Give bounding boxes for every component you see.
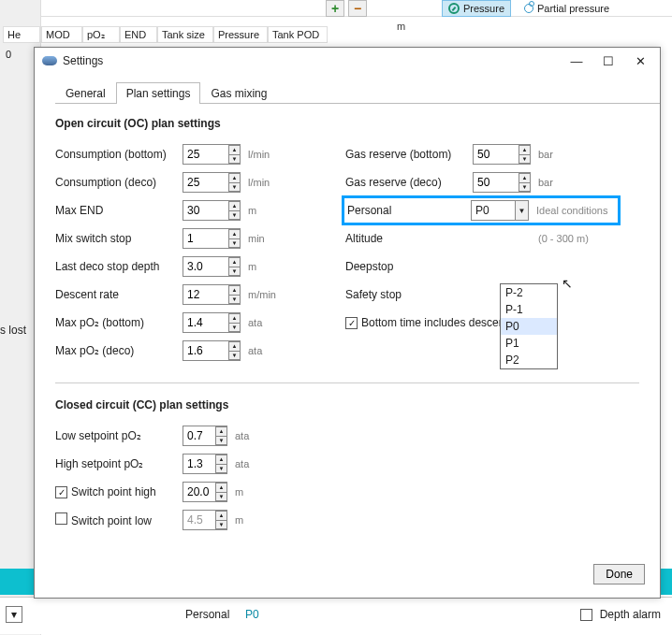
header-tanksize: Tank size <box>157 26 213 43</box>
settings-dialog: Settings — ☐ ✕ General Plan settings Gas… <box>34 47 661 599</box>
depth-alarm-label: Depth alarm <box>600 608 661 621</box>
header-tankpod: Tank POD <box>268 26 328 43</box>
bottom-personal-value: P0 <box>245 608 259 621</box>
unit: ata <box>235 430 272 441</box>
close-button[interactable]: ✕ <box>624 51 656 71</box>
spinner[interactable]: ▲▼ <box>215 483 226 501</box>
max-po2-deco-label: Max pO₂ (deco) <box>55 344 183 357</box>
option-p-1[interactable]: P-1 <box>501 301 557 318</box>
gas-reserve-bottom-label: Gas reserve (bottom) <box>345 148 473 161</box>
spinner[interactable]: ▲▼ <box>519 173 530 192</box>
add-button[interactable]: + <box>326 0 344 17</box>
spinner[interactable]: ▲▼ <box>228 341 240 360</box>
app-background: + − Pressure Partial pressure m He 0 MOD… <box>0 0 672 635</box>
low-setpoint-label: Low setpoint pO₂ <box>55 429 183 442</box>
maximize-button[interactable]: ☐ <box>592 51 624 71</box>
depth-alarm-checkbox[interactable]: Depth alarm <box>580 608 661 621</box>
tab-plan-settings[interactable]: Plan settings <box>116 82 201 104</box>
mix-switch-label: Mix switch stop <box>55 232 183 245</box>
cc-column: Low setpoint pO₂▲▼ata High setpoint pO₂▲… <box>55 425 327 531</box>
spinner[interactable]: ▲▼ <box>228 313 240 332</box>
switch-point-high-check[interactable]: ✓Switch point high <box>55 485 183 498</box>
spinner[interactable]: ▲▼ <box>215 511 226 529</box>
remove-button[interactable]: − <box>348 0 367 17</box>
partial-pressure-label: Partial pressure <box>537 3 609 14</box>
dialog-title: Settings <box>63 54 103 67</box>
unit: l/min <box>248 149 285 160</box>
personal-select[interactable]: P0▼ <box>471 200 529 221</box>
done-button[interactable]: Done <box>593 564 645 584</box>
switch-point-low-check[interactable]: Switch point low <box>55 512 183 527</box>
spinner[interactable]: ▲▼ <box>228 173 240 192</box>
consumption-deco-label: Consumption (deco) <box>55 176 183 189</box>
option-p1[interactable]: P1 <box>501 335 557 352</box>
bottom-time-checkbox[interactable]: ✓ <box>345 317 358 329</box>
altitude-hint: (0 - 300 m) <box>538 233 589 244</box>
deepstop-label: Deepstop <box>345 260 473 273</box>
tab-general[interactable]: General <box>55 82 116 104</box>
seconds-lost-label: s lost <box>0 324 26 337</box>
tab-bar: General Plan settings Gas mixing <box>55 81 660 104</box>
header-pressure: Pressure <box>213 26 268 43</box>
spinner[interactable]: ▲▼ <box>228 145 240 164</box>
spinner[interactable]: ▲▼ <box>228 285 240 304</box>
spinner[interactable]: ▲▼ <box>228 257 240 276</box>
partial-pressure-toggle[interactable]: Partial pressure <box>519 0 615 17</box>
last-deco-label: Last deco stop depth <box>55 260 183 273</box>
unit: l/min <box>248 177 285 188</box>
descent-rate-label: Descent rate <box>55 288 183 301</box>
spinner[interactable]: ▲▼ <box>215 455 226 473</box>
partial-pressure-icon <box>524 4 533 13</box>
tab-gas-mixing[interactable]: Gas mixing <box>200 82 277 104</box>
unit: ata <box>235 458 272 469</box>
personal-label: Personal <box>347 204 471 217</box>
unit: m <box>235 486 272 498</box>
bottom-dropdown-small[interactable]: ▾ <box>6 606 22 623</box>
app-icon <box>42 56 57 65</box>
oc-left-column: Consumption (bottom)▲▼l/min Consumption … <box>55 143 327 368</box>
unit: m <box>248 261 285 272</box>
option-p2[interactable]: P2 <box>501 352 557 368</box>
spinner[interactable]: ▲▼ <box>519 145 530 164</box>
gauge-icon <box>448 3 460 14</box>
cc-section-title: Closed circuit (CC) plan settings <box>55 398 639 411</box>
gas-reserve-deco-label: Gas reserve (deco) <box>345 176 473 189</box>
dialog-content: Open circuit (OC) plan settings Consumpt… <box>35 104 660 531</box>
bottom-personal-label: Personal <box>185 608 229 621</box>
personal-value: P0 <box>475 204 489 217</box>
titlebar[interactable]: Settings — ☐ ✕ <box>35 48 660 74</box>
unit: bar <box>538 149 576 160</box>
chevron-down-icon: ▼ <box>515 201 528 220</box>
option-p-2[interactable]: P-2 <box>501 284 557 301</box>
spinner[interactable]: ▲▼ <box>228 201 240 220</box>
high-setpoint-label: High setpoint pO₂ <box>55 457 183 470</box>
minimize-button[interactable]: — <box>561 51 592 71</box>
unit: ata <box>248 317 285 328</box>
header-he: He <box>3 26 40 43</box>
unit: m/min <box>248 289 285 300</box>
chevron-down-icon: ▾ <box>11 608 17 621</box>
divider <box>55 382 639 383</box>
oc-right-column: Gas reserve (bottom)▲▼bar Gas reserve (d… <box>345 143 617 368</box>
spinner[interactable]: ▲▼ <box>228 229 240 248</box>
option-p0[interactable]: P0 <box>501 318 557 335</box>
oc-section-title: Open circuit (OC) plan settings <box>55 117 639 130</box>
unit: ata <box>248 345 285 356</box>
personal-dropdown[interactable]: P-2 P-1 P0 P1 P2 <box>500 283 558 369</box>
header-po2: pO₂ <box>82 26 120 43</box>
unit: m <box>248 205 285 216</box>
altitude-label: Altitude <box>345 232 473 245</box>
max-end-label: Max END <box>55 204 183 217</box>
header-mod: MOD <box>41 26 82 43</box>
pressure-toggle[interactable]: Pressure <box>442 0 511 17</box>
unit: min <box>248 233 285 244</box>
bottom-bar <box>0 597 672 634</box>
consumption-bottom-label: Consumption (bottom) <box>55 148 183 161</box>
unit: m <box>235 514 272 526</box>
row-value-0: 0 <box>6 49 11 60</box>
spinner[interactable]: ▲▼ <box>215 426 226 445</box>
personal-hint: Ideal conditions <box>536 205 607 216</box>
unit: bar <box>538 177 576 188</box>
max-po2-bottom-label: Max pO₂ (bottom) <box>55 316 183 329</box>
checkbox-icon <box>580 609 592 621</box>
